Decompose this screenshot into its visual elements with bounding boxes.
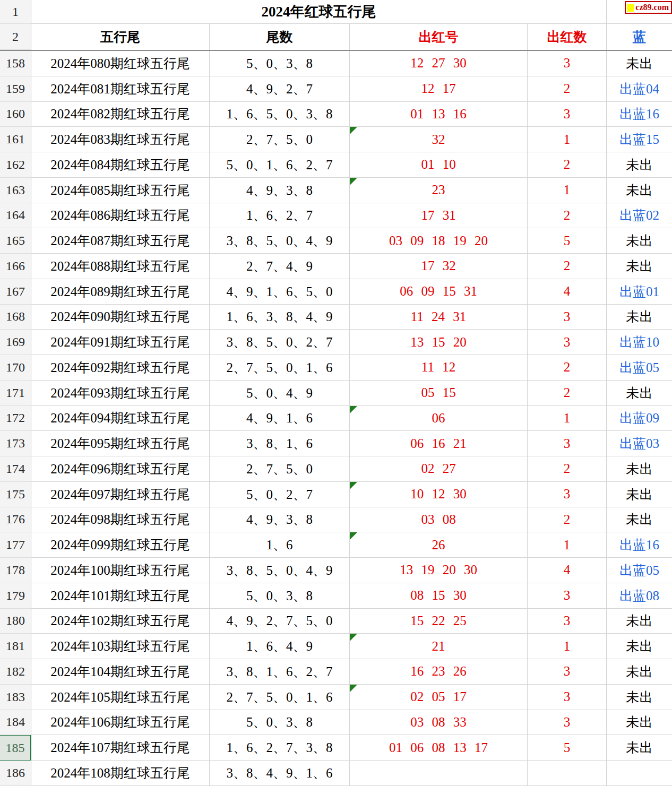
cell-red-numbers[interactable]: 03 08 33 [350,710,528,736]
cell-red-count[interactable]: 2 [528,203,607,229]
cell-blue[interactable]: 出蓝09 [607,406,672,431]
column-header-chuhongshu[interactable]: 出红数 [528,24,607,50]
cell-blue[interactable]: 未出 [607,305,672,330]
row-number[interactable]: 177 [0,532,31,558]
cell-red-count[interactable]: 5 [528,228,607,254]
cell-tails[interactable]: 2、7、5、0 [210,127,350,152]
cell-period[interactable]: 2024年094期红球五行尾 [31,406,210,431]
cell-red-count[interactable]: 3 [528,710,607,736]
cell-tails[interactable]: 1、6 [210,532,350,558]
cell-tails[interactable]: 3、8、5、0、4、9 [210,558,350,583]
cell-period[interactable]: 2024年107期红球五行尾 [31,735,210,761]
row-number[interactable]: 167 [0,279,31,305]
cell-red-count[interactable]: 3 [528,51,607,76]
cell-tails[interactable]: 5、0、1、6、2、7 [210,152,350,178]
cell-tails[interactable]: 5、0、2、7 [210,482,350,507]
cell-red-count[interactable]: 3 [528,685,607,710]
column-header-chuhonghao[interactable]: 出红号 [350,24,528,50]
row-number[interactable]: 171 [0,381,31,406]
cell-tails[interactable]: 5、0、3、8 [210,583,350,609]
cell-red-numbers[interactable]: 05 15 [350,381,528,406]
row-number[interactable]: 168 [0,305,31,330]
cell-blue[interactable]: 未出 [607,609,672,634]
cell-blue[interactable]: 未出 [607,659,672,685]
cell-period[interactable]: 2024年104期红球五行尾 [31,659,210,685]
cell-red-count[interactable]: 3 [528,305,607,330]
cell-period[interactable]: 2024年105期红球五行尾 [31,685,210,710]
cell-blue[interactable]: 出蓝05 [607,355,672,381]
cell-tails[interactable]: 4、9、2、7 [210,76,350,102]
cell-red-numbers[interactable]: 01 06 08 13 17 [350,735,528,761]
cell-tails[interactable]: 2、7、5、0 [210,456,350,482]
cell-tails[interactable]: 5、0、4、9 [210,381,350,406]
cell-period[interactable]: 2024年085期红球五行尾 [31,178,210,203]
column-header-weishu[interactable]: 尾数 [210,24,350,50]
cell-red-numbers[interactable]: 23 [350,178,528,203]
cell-period[interactable]: 2024年086期红球五行尾 [31,203,210,229]
row-number[interactable]: 164 [0,203,31,229]
cell-red-count[interactable]: 3 [528,583,607,609]
row-number[interactable]: 173 [0,431,31,456]
cell-period[interactable]: 2024年092期红球五行尾 [31,355,210,381]
cell-tails[interactable]: 2、7、4、9 [210,254,350,279]
cell-period[interactable]: 2024年087期红球五行尾 [31,228,210,254]
cell-red-numbers[interactable]: 03 08 [350,507,528,533]
cell-period[interactable]: 2024年106期红球五行尾 [31,710,210,736]
cell-red-numbers[interactable]: 06 [350,406,528,431]
cell-blue[interactable]: 未出 [607,228,672,254]
row-number[interactable]: 166 [0,254,31,279]
cell-tails[interactable]: 3、8、5、0、2、7 [210,330,350,355]
cell-blue[interactable] [607,761,672,786]
cell-red-numbers[interactable]: 13 15 20 [350,330,528,355]
cell-blue[interactable]: 未出 [607,254,672,279]
row-number[interactable]: 163 [0,178,31,203]
cell-blue[interactable]: 未出 [607,51,672,76]
cell-red-numbers[interactable]: 11 12 [350,355,528,381]
cell-blue[interactable]: 未出 [607,456,672,482]
row-number[interactable]: 175 [0,482,31,507]
cell-period[interactable]: 2024年084期红球五行尾 [31,152,210,178]
cell-red-count[interactable]: 5 [528,735,607,761]
cell-red-numbers[interactable]: 01 10 [350,152,528,178]
cell-red-count[interactable] [528,761,607,786]
cell-red-numbers[interactable]: 02 05 17 [350,685,528,710]
cell-red-count[interactable]: 3 [528,431,607,456]
cell-blue[interactable]: 未出 [607,482,672,507]
row-number[interactable]: 161 [0,127,31,152]
column-header-wuxingwei[interactable]: 五行尾 [31,24,210,50]
cell-red-count[interactable]: 1 [528,127,607,152]
row-header-1[interactable]: 1 [0,0,31,24]
cell-blue[interactable]: 出蓝16 [607,532,672,558]
cell-period[interactable]: 2024年108期红球五行尾 [31,761,210,786]
cell-red-count[interactable]: 2 [528,76,607,102]
cell-red-numbers[interactable]: 15 22 25 [350,609,528,634]
row-number[interactable]: 159 [0,76,31,102]
cell-red-numbers[interactable]: 02 27 [350,456,528,482]
cell-blue[interactable]: 未出 [607,152,672,178]
row-number[interactable]: 160 [0,102,31,127]
cell-blue[interactable]: 出蓝03 [607,431,672,456]
cell-blue[interactable]: 出蓝16 [607,102,672,127]
cell-red-count[interactable]: 2 [528,355,607,381]
cell-blue[interactable]: 出蓝10 [607,330,672,355]
cell-period[interactable]: 2024年091期红球五行尾 [31,330,210,355]
cell-tails[interactable]: 4、9、3、8 [210,178,350,203]
cell-blue[interactable]: 出蓝05 [607,558,672,583]
cell-tails[interactable]: 5、0、3、8 [210,710,350,736]
cell-red-numbers[interactable]: 26 [350,532,528,558]
column-header-lan[interactable]: 蓝 [607,24,672,50]
cell-red-count[interactable]: 1 [528,178,607,203]
row-number[interactable]: 185 [0,735,31,761]
row-number[interactable]: 181 [0,634,31,659]
row-number[interactable]: 186 [0,761,31,786]
cell-period[interactable]: 2024年096期红球五行尾 [31,456,210,482]
cell-red-numbers[interactable]: 03 09 18 19 20 [350,228,528,254]
cell-period[interactable]: 2024年100期红球五行尾 [31,558,210,583]
cell-red-numbers[interactable]: 11 24 31 [350,305,528,330]
cell-red-numbers[interactable]: 21 [350,634,528,659]
cell-red-count[interactable]: 3 [528,609,607,634]
row-number[interactable]: 183 [0,685,31,710]
cell-period[interactable]: 2024年093期红球五行尾 [31,381,210,406]
row-number[interactable]: 169 [0,330,31,355]
cell-red-numbers[interactable]: 10 12 30 [350,482,528,507]
